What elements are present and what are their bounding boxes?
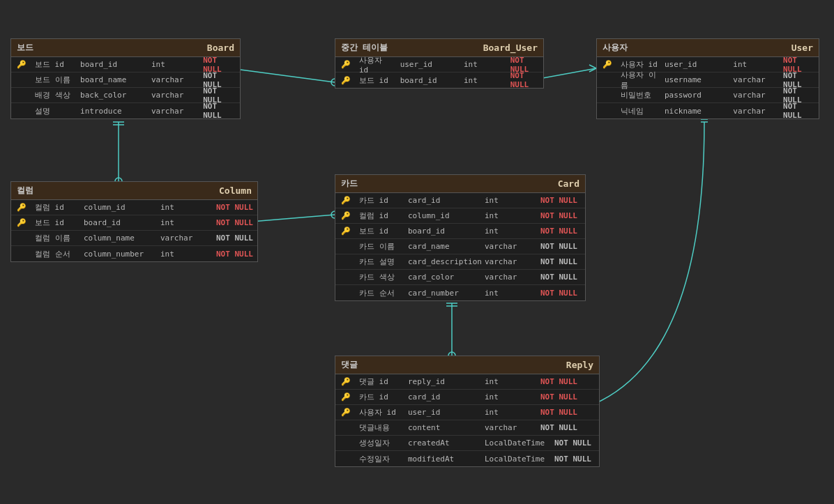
svg-line-14 <box>251 215 335 222</box>
column-table: 컬럼 Column 🔑 컬럼 id column_id int NOT NULL… <box>10 181 258 262</box>
key-icon: 🔑 <box>335 196 356 205</box>
key-icon: 🔑 <box>335 211 356 220</box>
svg-line-9 <box>589 68 596 72</box>
col-english: board_id <box>77 60 149 69</box>
table-row: 🔑 보드 id board_id int NOT NULL <box>335 224 585 239</box>
table-row: 카드 색상 card_color varchar NOT NULL <box>335 270 585 285</box>
key-icon: 🔑 <box>11 218 32 227</box>
reply-table: 댓글 Reply 🔑 댓글 id reply_id int NOT NULL 🔑… <box>335 356 600 467</box>
key-icon: 🔑 <box>335 76 356 85</box>
board-user-table: 중간 테이블 Board_User 🔑 사용자 id user_id int N… <box>335 38 544 89</box>
key-icon: 🔑 <box>335 408 356 417</box>
key-icon: 🔑 <box>11 203 32 212</box>
table-row: 닉네임 nickname varchar NOT NULL <box>597 103 819 119</box>
table-row: 컬럼 이름 column_name varchar NOT NULL <box>11 231 257 246</box>
column-table-header: 컬럼 Column <box>11 182 257 200</box>
table-row: 배경 색상 back_color varchar NOT NULL <box>11 88 240 103</box>
table-row: 🔑 카드 id card_id int NOT NULL <box>335 193 585 208</box>
board-korean-label: 보드 <box>17 42 33 54</box>
key-icon: 🔑 <box>597 60 618 69</box>
key-icon: 🔑 <box>335 60 356 69</box>
table-row: 🔑 사용자 id user_id int NOT NULL <box>335 57 543 72</box>
table-row: 카드 설명 card_description varchar NOT NULL <box>335 254 585 270</box>
table-row: 비밀번호 password varchar NOT NULL <box>597 88 819 103</box>
table-row: 🔑 카드 id card_id int NOT NULL <box>335 390 599 405</box>
table-row: 🔑 컬럼 id column_id int NOT NULL <box>11 200 257 215</box>
diagram-canvas: 보드 Board 🔑 보드 id board_id int NOT NULL 보… <box>0 0 834 504</box>
table-row: 댓글내용 content varchar NOT NULL <box>335 420 599 436</box>
key-icon: 🔑 <box>11 60 32 69</box>
svg-line-1 <box>230 68 335 82</box>
table-row: 🔑 사용자 id user_id int NOT NULL <box>335 405 599 420</box>
table-row: 설명 introduce varchar NOT NULL <box>11 103 240 119</box>
table-row: 🔑 댓글 id reply_id int NOT NULL <box>335 374 599 390</box>
card-table: 카드 Card 🔑 카드 id card_id int NOT NULL 🔑 컬… <box>335 174 586 301</box>
col-korean: 보드 id <box>32 59 77 70</box>
table-row: 컬럼 순서 column_number int NOT NULL <box>11 246 257 261</box>
key-icon: 🔑 <box>335 377 356 386</box>
board-user-korean-label: 중간 테이블 <box>341 42 388 54</box>
table-row: 🔑 보드 id board_id int NOT NULL <box>11 215 257 231</box>
table-row: 카드 순서 card_number int NOT NULL <box>335 285 585 300</box>
key-icon: 🔑 <box>335 227 356 236</box>
user-table: 사용자 User 🔑 사용자 id user_id int NOT NULL 사… <box>596 38 819 119</box>
board-table: 보드 Board 🔑 보드 id board_id int NOT NULL 보… <box>10 38 241 119</box>
user-korean-label: 사용자 <box>602 42 628 54</box>
username-field: username <box>662 75 730 84</box>
table-row: 수정일자 modifiedAt LocalDateTime NOT NULL <box>335 451 599 466</box>
col-type: int <box>149 60 200 69</box>
board-english-label: Board <box>207 43 234 53</box>
svg-line-8 <box>589 65 596 68</box>
user-english-label: User <box>791 43 813 53</box>
key-icon: 🔑 <box>335 392 356 402</box>
board-user-english-label: Board_User <box>483 43 538 53</box>
table-row: 🔑 컬럼 id column_id int NOT NULL <box>335 208 585 224</box>
reply-table-header: 댓글 Reply <box>335 356 599 374</box>
table-row: 카드 이름 card_name varchar NOT NULL <box>335 239 585 254</box>
board-table-header: 보드 Board <box>11 39 240 57</box>
card-table-header: 카드 Card <box>335 175 585 193</box>
table-row: 생성일자 createdAt LocalDateTime NOT NULL <box>335 436 599 451</box>
table-row: 🔑 보드 id board_id int NOT NULL <box>335 72 543 88</box>
user-table-header: 사용자 User <box>597 39 819 57</box>
